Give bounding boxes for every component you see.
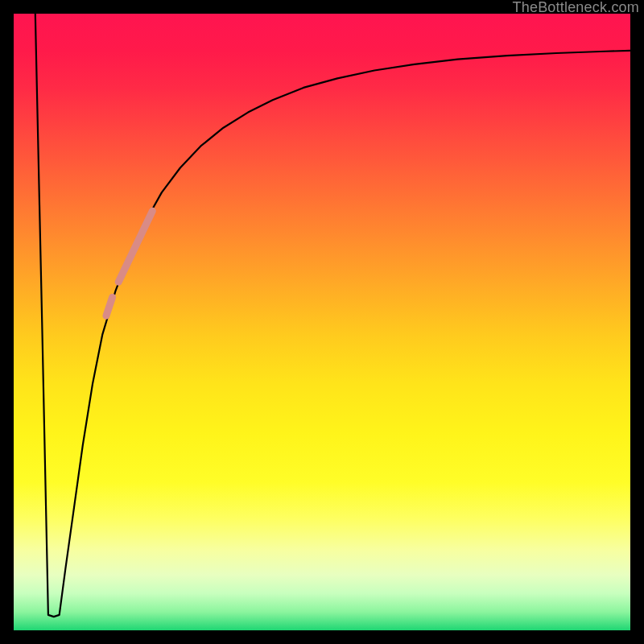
curve-highlight-2 bbox=[106, 297, 113, 316]
bottleneck-curve bbox=[35, 14, 630, 617]
curve-layer bbox=[14, 14, 630, 630]
curve-highlight-1 bbox=[118, 211, 152, 282]
attribution-text: TheBottleneck.com bbox=[513, 0, 639, 14]
chart-stage: TheBottleneck.com bbox=[0, 0, 644, 644]
